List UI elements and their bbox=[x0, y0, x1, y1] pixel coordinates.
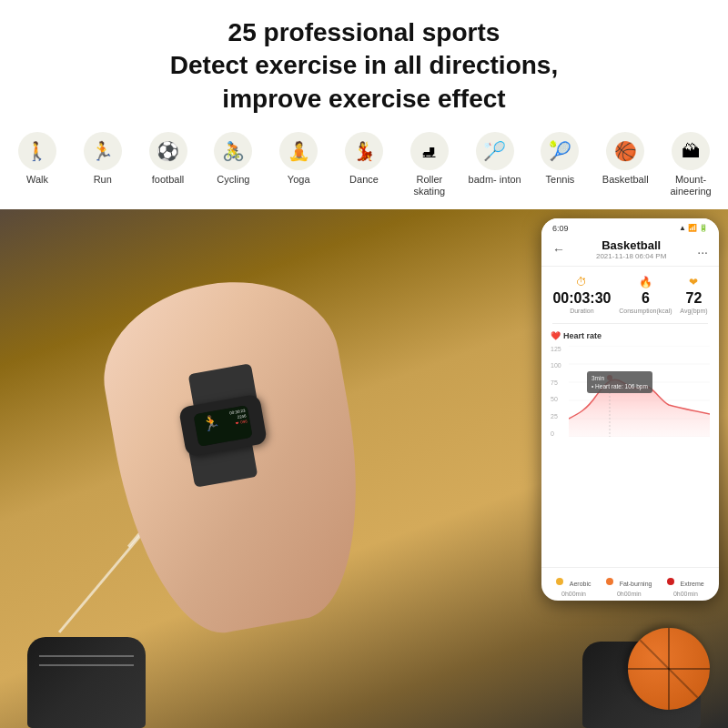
header-section: 25 professional sports Detect exercise i… bbox=[0, 0, 728, 125]
shoe-lace-left2 bbox=[39, 664, 134, 666]
sport-label: Roller skating bbox=[401, 174, 458, 197]
sport-label: Dance bbox=[349, 174, 379, 186]
sport-item-tennis: 🎾 Tennis bbox=[532, 132, 589, 186]
sport-item-football: ⚽ football bbox=[140, 132, 197, 186]
stat-icon: 🔥 bbox=[619, 276, 672, 288]
chart-svg-area: 3min • Heart rate: 106 bpm bbox=[569, 346, 710, 437]
stat-label: Duration bbox=[552, 308, 611, 314]
sport-icon: 🚶 bbox=[18, 132, 56, 170]
band-screen-content: 🏃 00:30:23 2246 ❤ 096 bbox=[193, 404, 252, 446]
zone-label: Extreme bbox=[681, 581, 704, 587]
sport-item-yoga: 🧘 Yoga bbox=[270, 132, 327, 186]
chart-y-label: 125 bbox=[551, 346, 561, 352]
sport-icon: 💃 bbox=[345, 132, 383, 170]
heart-rate-chart: 1251007550250 bbox=[551, 346, 710, 437]
phone-stat-consumptionkcal: 🔥 6 Consumption(kcal) bbox=[619, 276, 672, 314]
sport-icon: 🚴 bbox=[214, 132, 252, 170]
back-button[interactable]: ← bbox=[552, 242, 565, 257]
phone-mockup: 6:09 ▲ 📶 🔋 ← Basketball 2021-11-18 06:04… bbox=[541, 218, 719, 601]
headline-line2: Detect exercise in all directions, bbox=[170, 51, 558, 79]
sport-icon: 🧘 bbox=[279, 132, 318, 170]
phone-zone-row: Aerobic 0h00min Fat-burning 0h00min Extr… bbox=[541, 567, 719, 601]
sport-label: badm- inton bbox=[469, 174, 521, 186]
phone-stat-duration: ⏱ 00:03:30 Duration bbox=[552, 276, 611, 314]
phone-app-header: ← Basketball 2021-11-18 06:04 PM ... bbox=[541, 235, 719, 267]
zone-time: 0h00min bbox=[556, 591, 591, 597]
sport-icon: 🏔 bbox=[672, 132, 710, 170]
sports-row: 🚶 Walk 🏃 Run ⚽ football 🚴 Cycling 🧘 Yoga… bbox=[0, 125, 728, 208]
zone-dot bbox=[606, 578, 613, 585]
band-stats: 00:30:23 2246 ❤ 096 bbox=[229, 408, 248, 428]
sport-icon: 🏀 bbox=[606, 132, 644, 170]
sport-label: Cycling bbox=[217, 174, 249, 186]
sport-label: Walk bbox=[26, 174, 48, 186]
main-container: 25 professional sports Detect exercise i… bbox=[0, 0, 728, 728]
phone-status-bar: 6:09 ▲ 📶 🔋 bbox=[541, 218, 719, 235]
sport-icon: 🏃 bbox=[84, 132, 122, 170]
heart-icon: ❤️ bbox=[551, 331, 561, 340]
zone-label: Fat-burning bbox=[620, 581, 652, 587]
stat-icon: ⏱ bbox=[552, 276, 611, 288]
chart-y-label: 50 bbox=[551, 396, 561, 402]
phone-sport-name: Basketball bbox=[565, 238, 697, 252]
stat-icon: ❤ bbox=[680, 276, 707, 288]
chart-y-label: 100 bbox=[551, 362, 561, 369]
sport-item-mount-aineering: 🏔 Mount- aineering bbox=[662, 132, 719, 197]
headline-line1: 25 professional sports bbox=[228, 18, 500, 46]
sport-label: Basketball bbox=[602, 174, 649, 186]
chart-y-labels: 1251007550250 bbox=[551, 346, 561, 437]
zone-label-row: Extreme bbox=[667, 573, 704, 590]
zone-item-aerobic: Aerobic 0h00min bbox=[556, 573, 591, 597]
sport-label: Yoga bbox=[288, 174, 310, 186]
phone-stat-avgbpm: ❤ 72 Avg(bpm) bbox=[680, 276, 707, 314]
sport-label: Run bbox=[94, 174, 112, 186]
basketball bbox=[628, 628, 710, 710]
chart-tooltip: 3min • Heart rate: 106 bpm bbox=[587, 371, 652, 393]
sport-icon: ⚽ bbox=[149, 132, 187, 170]
sport-item-walk: 🚶 Walk bbox=[9, 132, 66, 186]
stat-value: 72 bbox=[680, 290, 707, 307]
sport-icon: 🎾 bbox=[541, 132, 579, 170]
stat-label: Consumption(kcal) bbox=[619, 308, 672, 314]
heart-rate-title: ❤️ Heart rate bbox=[551, 331, 710, 340]
wifi-icon: 📶 bbox=[688, 224, 697, 232]
shoes-area bbox=[0, 619, 728, 728]
sport-item-badm-inton: 🏸 badm- inton bbox=[467, 132, 523, 186]
sport-label: football bbox=[152, 174, 184, 186]
zone-dot bbox=[667, 578, 674, 585]
zone-label: Aerobic bbox=[570, 581, 592, 587]
sport-label: Tennis bbox=[546, 174, 575, 186]
chart-y-label: 0 bbox=[551, 430, 561, 437]
band-screen: 🏃 00:30:23 2246 ❤ 096 bbox=[193, 404, 252, 446]
sport-icon: 🏸 bbox=[476, 132, 514, 170]
sport-icon: ⛸ bbox=[410, 132, 449, 170]
main-photo: 🏃 00:30:23 2246 ❤ 096 bbox=[0, 209, 728, 728]
zone-label-row: Aerobic bbox=[556, 573, 591, 590]
stat-value: 00:03:30 bbox=[552, 290, 611, 307]
zone-dot bbox=[556, 578, 563, 585]
more-options-button[interactable]: ... bbox=[697, 242, 708, 257]
phone-sport-date: 2021-11-18 06:04 PM bbox=[565, 252, 697, 260]
phone-time: 6:09 bbox=[552, 224, 569, 233]
chart-y-label: 25 bbox=[551, 413, 561, 420]
sport-item-basketball: 🏀 Basketball bbox=[597, 132, 653, 186]
sport-item-dance: 💃 Dance bbox=[336, 132, 392, 186]
shoe-lace-left bbox=[39, 655, 134, 657]
chart-y-label: 75 bbox=[551, 379, 561, 386]
stat-value: 6 bbox=[619, 290, 672, 307]
stat-label: Avg(bpm) bbox=[680, 308, 707, 314]
signal-icons: ▲ 📶 🔋 bbox=[679, 224, 708, 232]
phone-header-title: Basketball 2021-11-18 06:04 PM bbox=[565, 238, 697, 260]
zone-item-extreme: Extreme 0h00min bbox=[667, 573, 704, 597]
zone-time: 0h00min bbox=[606, 591, 652, 597]
main-headline: 25 professional sports Detect exercise i… bbox=[18, 16, 710, 116]
phone-stats-row: ⏱ 00:03:30 Duration 🔥 6 Consumption(kcal… bbox=[541, 267, 719, 323]
battery-icon: 🔋 bbox=[699, 224, 708, 232]
headline-line3: improve exercise effect bbox=[222, 85, 505, 113]
band-figure-icon: 🏃 bbox=[201, 412, 222, 432]
zone-item-fat-burning: Fat-burning 0h00min bbox=[606, 573, 652, 597]
signal-icon: ▲ bbox=[679, 224, 686, 232]
sport-item-run: 🏃 Run bbox=[75, 132, 131, 186]
sport-item-rollerskating: ⛸ Roller skating bbox=[401, 132, 458, 197]
wrist-area: 🏃 00:30:23 2246 ❤ 096 bbox=[73, 264, 419, 646]
